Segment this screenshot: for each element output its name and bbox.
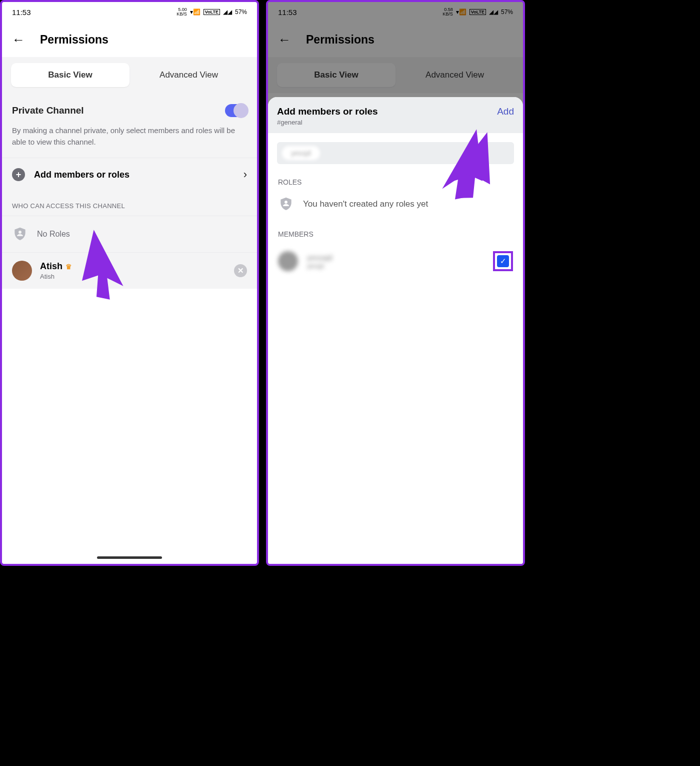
svg-point-1 xyxy=(284,201,288,204)
roles-empty-row: You haven't created any roles yet xyxy=(268,191,523,225)
private-channel-label: Private Channel xyxy=(12,105,84,116)
status-right: 5.00KB/S ▾📶 VoLTE ◢◢ 57% xyxy=(176,8,247,17)
roles-empty-text: You haven't created any roles yet xyxy=(303,199,428,209)
wifi-icon: ▾📶 xyxy=(190,9,200,16)
private-channel-desc: By making a channel private, only select… xyxy=(12,125,247,148)
remove-member-button[interactable]: ✕ xyxy=(234,264,247,277)
search-chip: yessjd xyxy=(282,146,320,160)
view-tabs: Basic View Advanced View xyxy=(2,57,257,93)
bottom-sheet: Add members or roles #general Add yessjd… xyxy=(268,97,523,564)
who-can-access-header: WHO CAN ACCESS THIS CHANNEL xyxy=(2,191,257,216)
avatar xyxy=(278,251,298,271)
member-checkbox[interactable]: ✓ xyxy=(497,255,509,267)
shield-icon xyxy=(12,226,28,242)
member-name: Atish♛ xyxy=(40,261,226,272)
add-members-roles-row[interactable]: + Add members or roles › xyxy=(2,158,257,191)
sheet-header: Add members or roles #general Add xyxy=(268,97,523,133)
no-roles-row: No Roles xyxy=(2,216,257,252)
home-indicator[interactable] xyxy=(97,556,162,559)
members-header: MEMBERS xyxy=(268,225,523,243)
member-select-row[interactable]: yessajd yessjd ✓ xyxy=(268,243,523,279)
back-arrow-icon[interactable]: ← xyxy=(12,32,25,48)
status-bar: 11:53 5.00KB/S ▾📶 VoLTE ◢◢ 57% xyxy=(2,2,257,22)
plus-icon: + xyxy=(12,168,25,181)
member-row[interactable]: Atish♛ Atish ✕ xyxy=(2,252,257,289)
tab-basic-view[interactable]: Basic View xyxy=(11,63,130,87)
chevron-right-icon: › xyxy=(244,168,247,181)
private-channel-toggle[interactable] xyxy=(225,104,247,117)
member-name: yessajd xyxy=(307,253,332,262)
member-subtitle: yessjd xyxy=(307,263,332,270)
add-members-label: Add members or roles xyxy=(34,170,234,180)
tab-advanced-view[interactable]: Advanced View xyxy=(130,63,248,87)
avatar xyxy=(12,261,32,281)
crown-icon: ♛ xyxy=(66,263,72,271)
battery-text: 57% xyxy=(235,9,247,16)
signal-icon: ◢◢ xyxy=(223,9,232,16)
page-title: Permissions xyxy=(40,33,108,47)
no-roles-text: No Roles xyxy=(37,230,70,239)
add-button[interactable]: Add xyxy=(497,106,514,117)
lte-icon: VoLTE xyxy=(204,9,220,15)
right-screenshot: 11:53 0.58KB/S ▾📶 VoLTE ◢◢ 57% ← Permiss… xyxy=(266,0,525,566)
search-input[interactable]: yessjd xyxy=(277,142,514,164)
svg-point-0 xyxy=(18,231,22,234)
header: ← Permissions xyxy=(2,22,257,57)
sheet-subtitle: #general xyxy=(277,119,378,126)
checkbox-highlight: ✓ xyxy=(493,251,513,271)
member-subtitle: Atish xyxy=(40,273,226,280)
left-screenshot: 11:53 5.00KB/S ▾📶 VoLTE ◢◢ 57% ← Permiss… xyxy=(0,0,259,566)
roles-header: ROLES xyxy=(268,173,523,191)
sheet-title: Add members or roles xyxy=(277,106,378,117)
status-time: 11:53 xyxy=(12,8,31,17)
shield-icon xyxy=(278,196,294,212)
